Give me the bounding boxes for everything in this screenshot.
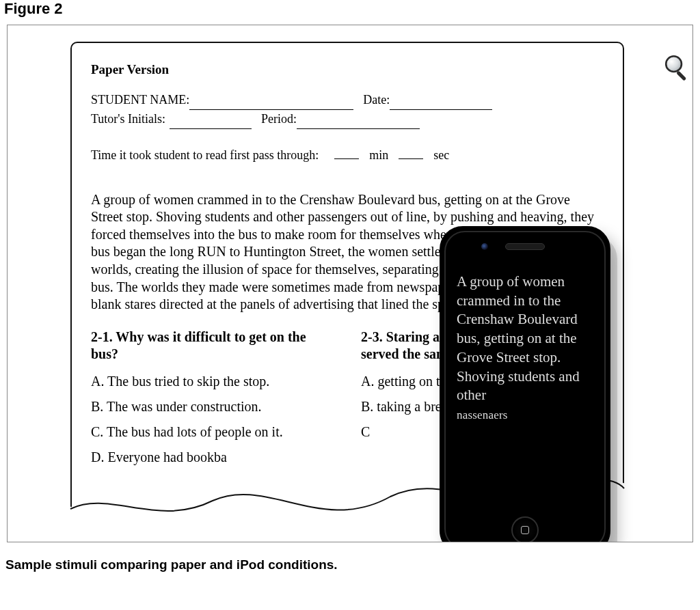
blank-date[interactable] — [390, 96, 492, 110]
magnify-icon[interactable] — [662, 53, 691, 81]
q1-option-d-partial[interactable]: D. Everyone had bookba — [91, 449, 334, 465]
ipod-screen-text: A group of women crammed in to the Crens… — [457, 273, 580, 403]
worksheet-header-fields: STUDENT NAME: Date: Tutor's Initials: Pe… — [91, 91, 604, 129]
svg-rect-1 — [676, 70, 686, 81]
ipod-device: A group of women crammed in to the Crens… — [440, 226, 610, 542]
home-button-icon — [521, 526, 529, 534]
q3-prompt-line2: served the san — [361, 346, 444, 361]
home-button[interactable] — [511, 516, 539, 542]
front-camera-icon — [481, 243, 488, 250]
earpiece-speaker — [505, 243, 545, 250]
blank-tutor-initials[interactable] — [170, 115, 252, 129]
figure-label: Figure 2 — [0, 0, 700, 25]
figure-caption: Sample stimuli comparing paper and iPod … — [0, 542, 700, 572]
q1-option-b[interactable]: B. The was under construction. — [91, 399, 334, 415]
paper-version-title: Paper Version — [91, 62, 604, 77]
blank-sec[interactable] — [399, 145, 423, 159]
blank-student-name[interactable] — [189, 96, 353, 110]
q1-option-c[interactable]: C. The bus had lots of people on it. — [91, 424, 334, 440]
label-sec: sec — [433, 148, 449, 162]
label-tutor-initials: Tutor's Initials: — [91, 110, 165, 129]
label-period: Period: — [261, 110, 297, 129]
q1-prompt: 2-1. Why was it difficult to get on the … — [91, 329, 334, 363]
label-min: min — [369, 148, 388, 162]
svg-point-0 — [666, 56, 682, 72]
label-date: Date: — [363, 91, 390, 110]
label-student-name: STUDENT NAME: — [91, 91, 189, 110]
label-time-prompt: Time it took student to read first pass … — [91, 148, 319, 162]
ipod-screen-cutoff-text: nassenaers — [457, 408, 508, 421]
q1-option-a[interactable]: A. The bus tried to skip the stop. — [91, 374, 334, 389]
question-2-1: 2-1. Why was it difficult to get on the … — [91, 329, 334, 475]
figure-frame: Paper Version STUDENT NAME: Date: Tutor'… — [7, 25, 693, 542]
time-line: Time it took student to read first pass … — [91, 145, 604, 163]
q3-prompt-line1: 2-3. Staring at — [361, 329, 444, 344]
blank-period[interactable] — [297, 115, 420, 129]
blank-min[interactable] — [334, 145, 359, 159]
ipod-screen[interactable]: A group of women crammed in to the Crens… — [451, 266, 599, 511]
